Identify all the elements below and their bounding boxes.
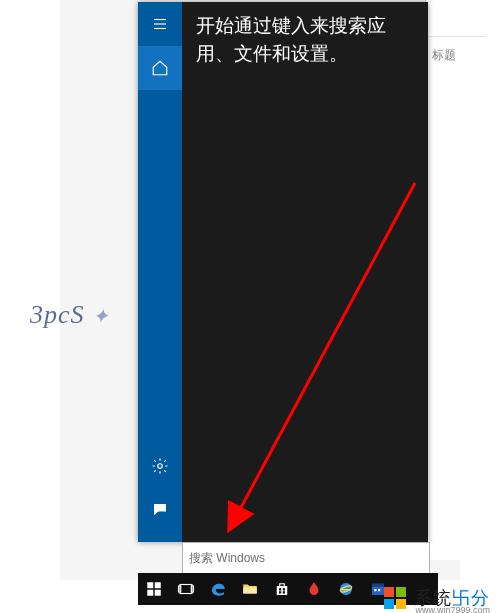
cortana-rail [138,2,182,542]
watermark-deco: ✦ [92,305,110,327]
watermark-text: 3pcS [30,300,85,329]
watermark: 3pcS ✦ [30,300,110,330]
cortana-main: 开始通过键入来搜索应用、文件和设置。 [182,2,428,542]
brand-sub-url: www.win7999.com [415,605,490,613]
home-icon [151,59,169,77]
page-root: 3pcS ✦ 标题 [0,0,500,613]
search-box[interactable] [182,542,430,574]
feedback-button[interactable] [138,488,182,532]
home-button[interactable] [138,46,182,90]
menu-button[interactable] [138,2,182,46]
search-input[interactable] [183,543,429,573]
feedback-icon [151,501,169,519]
background-window-header [426,0,486,37]
svg-point-3 [158,464,163,469]
windows-logo-icon [384,587,406,609]
settings-button[interactable] [138,444,182,488]
hamburger-icon [151,15,169,33]
cortana-hint-text: 开始通过键入来搜索应用、文件和设置。 [182,2,428,77]
background-window-tab[interactable]: 标题 [426,37,486,74]
background-window: 标题 [425,0,486,560]
gear-icon [151,457,169,475]
cortana-search-panel: 开始通过键入来搜索应用、文件和设置。 [138,2,428,542]
